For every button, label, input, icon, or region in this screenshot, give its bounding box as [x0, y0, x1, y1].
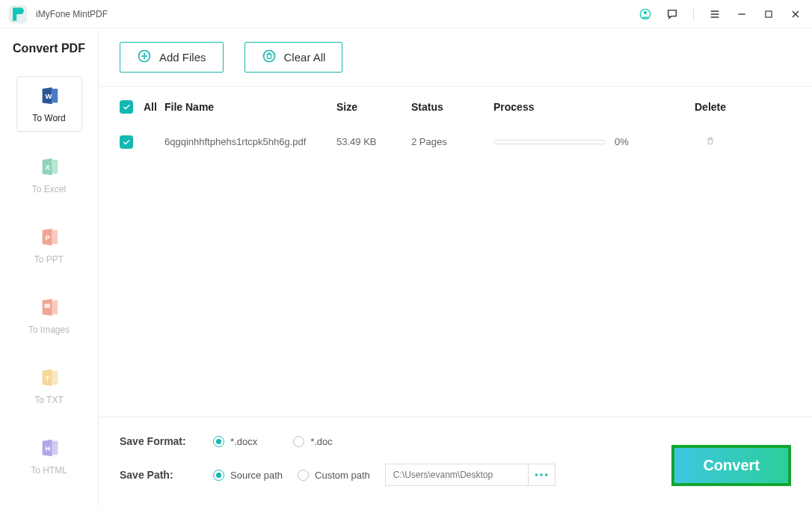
svg-rect-10 [52, 301, 58, 315]
svg-point-20 [545, 473, 547, 476]
save-path-label: Save Path: [120, 469, 198, 481]
footer-left: Save Format: *.docx *.doc Save Path: Sou… [120, 435, 556, 486]
file-table: All File Name Size Status Process Delete… [99, 87, 812, 417]
radio-icon [213, 436, 224, 447]
source-path-option[interactable]: Source path [213, 470, 283, 481]
add-files-label: Add Files [159, 51, 206, 64]
html-icon: H [38, 437, 61, 459]
excel-icon: X [38, 156, 61, 178]
clear-all-label: Clear All [284, 51, 326, 64]
svg-text:T: T [45, 375, 49, 382]
feedback-icon[interactable] [666, 8, 678, 20]
sidebar-item-label: To Word [32, 113, 65, 123]
sidebar-item-to-excel[interactable]: X To Excel [16, 148, 82, 202]
convert-button[interactable]: Convert [671, 445, 791, 486]
sidebar-item-label: To Images [28, 325, 70, 335]
col-status: Status [411, 101, 493, 113]
col-size: Size [336, 101, 411, 113]
sidebar-item-to-images[interactable]: To Images [16, 289, 82, 342]
svg-rect-14 [52, 441, 58, 455]
cell-process: 0% [493, 136, 680, 147]
custom-path-label: Custom path [315, 470, 370, 481]
col-delete: Delete [680, 101, 740, 113]
svg-text:P: P [45, 234, 49, 242]
radio-icon [213, 470, 224, 481]
format-docx-option[interactable]: *.docx [213, 436, 257, 447]
txt-icon: T [38, 366, 61, 389]
svg-rect-6 [52, 160, 58, 174]
browse-button[interactable] [528, 464, 555, 485]
maximize-icon[interactable] [763, 8, 775, 20]
sidebar-item-to-txt[interactable]: T To TXT [16, 359, 82, 413]
save-format-label: Save Format: [120, 435, 198, 447]
layout: Convert PDF W To Word X To Excel P To PP… [0, 28, 812, 507]
app-title: iMyFone MintPDF [36, 9, 108, 19]
custom-path-option[interactable]: Custom path [298, 470, 370, 481]
save-path-row: Save Path: Source path Custom path [120, 464, 556, 486]
clear-all-button[interactable]: Clear All [244, 42, 343, 73]
app-logo [7, 4, 28, 25]
main: Add Files Clear All All File Name Size [99, 28, 812, 507]
source-path-label: Source path [230, 470, 283, 481]
delete-row-button[interactable] [680, 135, 740, 149]
add-files-button[interactable]: Add Files [120, 42, 224, 73]
format-doc-option[interactable]: *.doc [293, 436, 333, 447]
trash-icon [704, 135, 716, 147]
save-format-row: Save Format: *.docx *.doc [120, 435, 556, 447]
word-icon: W [38, 84, 61, 107]
sidebar-item-to-ppt[interactable]: P To PPT [16, 218, 82, 272]
cell-file-name: 6qgqinhhftphehs1rtcpk5hh6g.pdf [164, 136, 336, 147]
svg-rect-11 [44, 304, 50, 308]
account-icon[interactable] [639, 8, 651, 20]
ppt-icon: P [38, 226, 61, 248]
format-docx-label: *.docx [230, 436, 257, 447]
row-checkbox[interactable] [120, 135, 133, 149]
sidebar-item-label: To PPT [34, 254, 64, 265]
sidebar-item-label: To Excel [32, 184, 66, 194]
radio-icon [293, 436, 304, 447]
svg-point-2 [644, 10, 647, 13]
select-all-checkbox[interactable] [120, 100, 133, 114]
col-file-name: File Name [164, 101, 336, 113]
table-header: All File Name Size Status Process Delete [120, 87, 791, 127]
ellipsis-icon [534, 472, 549, 478]
convert-label: Convert [703, 457, 760, 473]
svg-text:H: H [45, 445, 50, 452]
sidebar-item-to-word[interactable]: W To Word [16, 76, 82, 132]
sidebar-title: Convert PDF [0, 42, 98, 55]
radio-icon [298, 470, 309, 481]
close-icon[interactable] [790, 8, 802, 20]
col-process: Process [493, 101, 680, 113]
menu-icon[interactable] [709, 8, 721, 20]
minimize-icon[interactable] [736, 8, 748, 20]
path-input-group [385, 464, 556, 486]
svg-rect-12 [52, 371, 58, 385]
footer: Save Format: *.docx *.doc Save Path: Sou… [99, 417, 812, 507]
svg-point-18 [535, 473, 538, 476]
sidebar: Convert PDF W To Word X To Excel P To PP… [0, 28, 99, 507]
plus-circle-icon [137, 49, 152, 66]
sidebar-item-to-html[interactable]: H To HTML [16, 429, 82, 483]
titlebar-right [639, 7, 802, 21]
svg-rect-8 [52, 230, 58, 245]
format-doc-label: *.doc [310, 436, 333, 447]
sidebar-item-label: To HTML [31, 465, 67, 476]
svg-text:W: W [45, 93, 52, 100]
image-icon [38, 296, 61, 319]
titlebar-divider [693, 7, 694, 21]
titlebar: iMyFone MintPDF [0, 0, 812, 28]
cell-size: 53.49 KB [336, 136, 411, 147]
toolbar: Add Files Clear All [99, 28, 812, 87]
svg-rect-3 [766, 10, 772, 16]
svg-text:X: X [45, 164, 50, 171]
progress-value: 0% [615, 136, 629, 147]
table-row: 6qgqinhhftphehs1rtcpk5hh6g.pdf 53.49 KB … [120, 127, 791, 156]
cell-status: 2 Pages [411, 136, 493, 147]
svg-point-17 [263, 51, 274, 62]
path-input[interactable] [386, 470, 528, 480]
svg-rect-4 [52, 89, 58, 103]
col-all: All [144, 101, 157, 113]
titlebar-left: iMyFone MintPDF [7, 4, 108, 25]
svg-point-19 [541, 473, 543, 476]
trash-circle-icon [262, 49, 277, 66]
